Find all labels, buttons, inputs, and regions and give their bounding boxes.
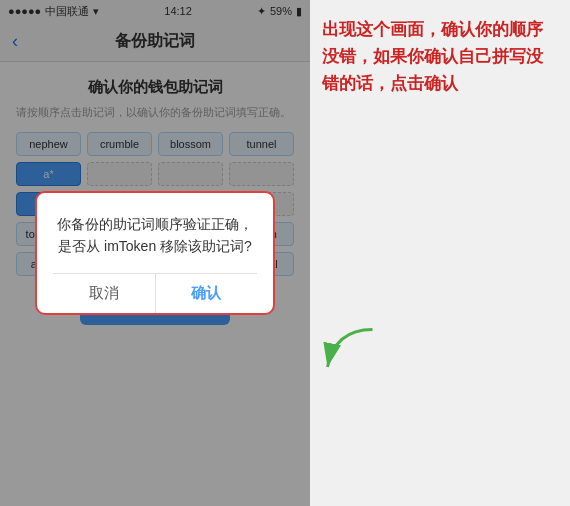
dialog-message: 你备份的助记词顺序验证正确，是否从 imToken 移除该助记词? [53, 213, 257, 258]
phone-frame: ●●●●● 中国联通 ▾ 14:12 ✦ 59% ▮ ‹ 备份助记词 确认你的钱… [0, 0, 310, 506]
annotation-panel: 出现这个画面，确认你的顺序没错，如果你确认自己拼写没错的话，点击确认 [310, 0, 570, 506]
dialog-overlay: 你备份的助记词顺序验证正确，是否从 imToken 移除该助记词? 取消 确认 [0, 0, 310, 506]
dialog-ok-button[interactable]: 确认 [156, 274, 258, 313]
arrow-wrap [320, 322, 380, 386]
dialog-box: 你备份的助记词顺序验证正确，是否从 imToken 移除该助记词? 取消 确认 [35, 191, 275, 316]
arrow-icon [320, 322, 380, 382]
annotation-text: 出现这个画面，确认你的顺序没错，如果你确认自己拼写没错的话，点击确认 [322, 16, 558, 98]
dialog-buttons: 取消 确认 [53, 273, 257, 313]
dialog-cancel-button[interactable]: 取消 [53, 274, 156, 313]
